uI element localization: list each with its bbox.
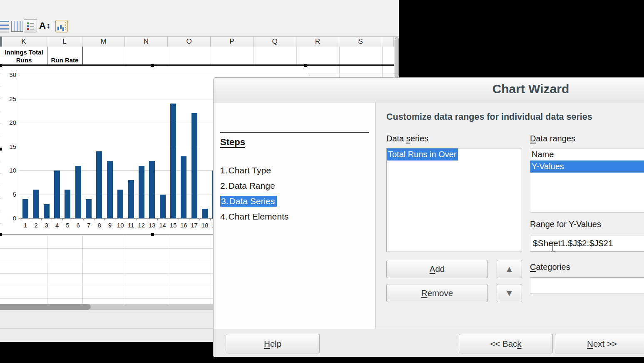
x-axis-tick — [168, 218, 168, 220]
move-down-button[interactable]: ▼ — [497, 284, 522, 302]
back-button[interactable]: << Back — [459, 334, 553, 353]
x-axis-tick — [83, 218, 84, 220]
range-y-values-input[interactable]: $Sheet1.$J$2:$J$21 — [530, 235, 644, 252]
x-axis-tick — [189, 218, 189, 220]
data-ranges-label: Data ranges — [530, 134, 575, 143]
chart-type-icon[interactable] — [55, 20, 68, 32]
horizontal-grids-icon[interactable] — [0, 21, 9, 32]
column-header-Q[interactable]: Q — [254, 37, 296, 47]
step-item-2[interactable]: 2.Data Range — [220, 179, 288, 194]
next-button[interactable]: Next >> — [555, 334, 644, 353]
data-range-item-name[interactable]: Name — [530, 148, 644, 161]
steps-heading: Steps — [220, 137, 245, 148]
x-axis-tick — [199, 218, 200, 220]
bar-over-9 — [107, 161, 113, 218]
bar-over-4 — [54, 170, 60, 218]
step-item-1[interactable]: 1.Chart Type — [220, 163, 288, 179]
y-axis-tick-label: 15 — [5, 143, 16, 150]
x-axis-tick — [210, 218, 211, 220]
x-axis-tick — [41, 218, 42, 220]
cell-l1[interactable]: Run Rate — [47, 57, 82, 64]
column-header-K[interactable]: K — [1, 37, 47, 47]
x-axis-tick — [115, 218, 115, 220]
range-y-values-label: Range for Y-Values — [530, 220, 601, 229]
step-label: Data Series — [229, 196, 275, 206]
column-header-N[interactable]: N — [125, 37, 168, 47]
x-axis-tick-label: 1 — [20, 222, 31, 229]
x-axis-tick-label: 4 — [52, 222, 62, 229]
y-axis-tick-label: 20 — [5, 119, 16, 126]
data-series-item[interactable]: Total Runs in Over — [387, 148, 522, 161]
x-axis-tick — [157, 218, 158, 220]
selection-handle[interactable] — [151, 64, 154, 67]
selection-handle[interactable] — [0, 64, 2, 67]
y-axis-tick-label: 30 — [5, 71, 16, 78]
x-axis-tick — [52, 218, 52, 220]
x-axis-tick-label: 5 — [62, 222, 73, 229]
step-label: Chart Elements — [229, 212, 289, 221]
selection-handle[interactable] — [151, 233, 154, 236]
page-title: Customize data ranges for individual dat… — [386, 112, 592, 122]
steps-list: 1.Chart Type2.Data Range3.Data Series4.C… — [220, 163, 288, 225]
x-axis-tick-label: 7 — [83, 222, 94, 229]
x-axis-tick — [73, 218, 73, 220]
selection-handle[interactable] — [0, 148, 2, 151]
step-label: Data Range — [229, 181, 275, 190]
categories-input[interactable] — [530, 277, 644, 294]
legend-icon[interactable] — [24, 19, 37, 32]
bar-over-2 — [33, 190, 39, 218]
step-number: 3. — [221, 196, 229, 206]
vertical-grids-icon[interactable] — [11, 21, 23, 32]
vertical-scrollbar-thumb[interactable] — [395, 37, 399, 77]
selection-handle[interactable] — [304, 64, 307, 67]
x-axis-tick-label: 15 — [168, 222, 179, 229]
data-ranges-listbox[interactable]: NameY-Values — [530, 148, 644, 212]
column-headers: KLMNOPQRS — [0, 37, 394, 47]
x-axis-tick-label: 13 — [147, 222, 157, 229]
column-header-partial[interactable] — [382, 37, 394, 47]
selection-handle[interactable] — [0, 233, 2, 236]
step-item-4[interactable]: 4.Chart Elements — [220, 210, 288, 225]
y-axis-tick-label: 5 — [5, 191, 16, 198]
bar-over-14 — [160, 195, 166, 219]
categories-label: Categories — [530, 262, 570, 272]
x-axis-tick-label: 18 — [199, 222, 210, 229]
column-header-S[interactable]: S — [339, 37, 382, 47]
y-axis-tick-label: 25 — [5, 95, 16, 102]
bar-over-13 — [149, 161, 155, 218]
text-scale-icon[interactable] — [39, 20, 52, 33]
x-axis-tick-label: 16 — [178, 222, 189, 229]
x-axis-tick — [94, 218, 94, 220]
bar-over-11 — [128, 180, 134, 218]
data-series-listbox[interactable]: Total Runs in Over — [386, 148, 522, 252]
column-header-L[interactable]: L — [47, 37, 82, 47]
help-button[interactable]: Help — [226, 334, 320, 353]
x-axis-tick-label: 12 — [136, 222, 147, 229]
y-axis-tick-label: 0 — [5, 215, 16, 222]
cell-k1[interactable]: Innings Total Runs — [1, 48, 47, 64]
column-header-O[interactable]: O — [168, 37, 211, 47]
data-range-item-y-values[interactable]: Y-Values — [530, 161, 644, 173]
column-header-P[interactable]: P — [211, 37, 254, 47]
x-axis-tick-label: 11 — [126, 222, 137, 229]
bar-over-15 — [170, 104, 176, 218]
step-label: Chart Type — [229, 165, 271, 175]
x-axis-tick — [147, 218, 147, 220]
move-up-button[interactable]: ▲ — [497, 260, 522, 278]
column-header-R[interactable]: R — [296, 37, 339, 47]
column-header-M[interactable]: M — [82, 37, 125, 47]
remove-button[interactable]: Remove — [386, 284, 488, 302]
dialog-button-bar: Help << Back Next >> — [214, 329, 644, 357]
x-axis-tick-label: 14 — [157, 222, 168, 229]
x-axis-tick — [31, 218, 31, 220]
bar-over-16 — [181, 156, 186, 219]
x-axis-tick — [20, 218, 20, 220]
data-series-label: Data series — [386, 134, 428, 143]
step-number: 4. — [220, 212, 228, 221]
add-button[interactable]: Add — [386, 260, 488, 278]
down-arrow-icon: ▼ — [505, 288, 514, 298]
chart-wizard-dialog: Chart Wizard Steps 1.Chart Type2.Data Ra… — [213, 77, 644, 356]
dialog-titlebar[interactable]: Chart Wizard — [214, 78, 644, 103]
horizontal-scrollbar-thumb[interactable] — [0, 304, 91, 310]
step-item-3[interactable]: 3.Data Series — [220, 194, 288, 210]
